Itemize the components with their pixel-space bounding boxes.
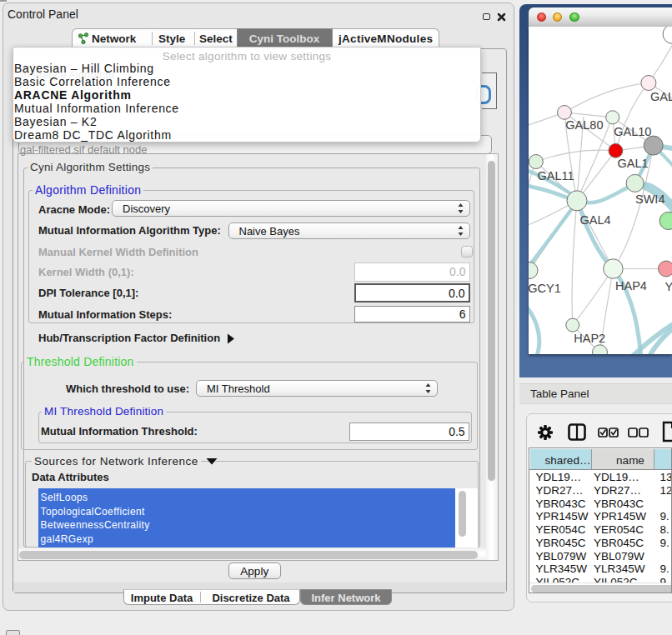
- svg-text:GAL7: GAL7: [650, 90, 672, 103]
- svg-text:HAP4: HAP4: [615, 278, 647, 292]
- svg-text:GAL4: GAL4: [580, 213, 611, 227]
- svg-text:GAL10: GAL10: [614, 124, 651, 138]
- svg-text:GAL11: GAL11: [538, 169, 574, 182]
- svg-text:GAL80: GAL80: [565, 118, 603, 132]
- svg-text:SWI4: SWI4: [635, 192, 664, 205]
- svg-text:GCY1: GCY1: [529, 281, 561, 294]
- svg-text:GAL1: GAL1: [618, 157, 649, 170]
- svg-text:Y: Y: [665, 279, 672, 292]
- svg-text:HAP2: HAP2: [574, 332, 605, 345]
